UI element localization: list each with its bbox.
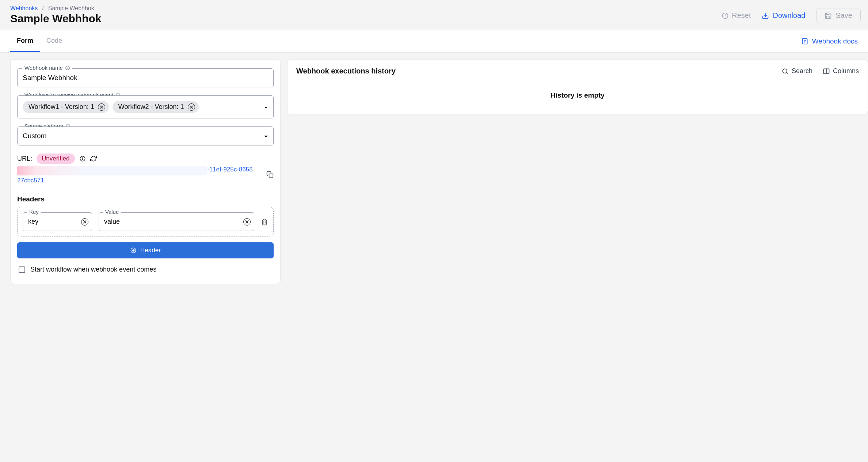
svg-point-2: [725, 16, 726, 17]
chevron-down-icon: [264, 132, 268, 140]
info-icon[interactable]: [79, 155, 86, 162]
reset-icon: [722, 12, 729, 19]
add-header-label: Header: [140, 247, 161, 254]
save-label: Save: [835, 11, 852, 20]
workflows-field: Workflows to receive webhook event Workf…: [17, 95, 274, 118]
start-workflow-checkbox-row: Start workflow when webhook event comes: [17, 266, 274, 273]
workflow-chip-label: Workflow1 - Version: 1: [28, 103, 94, 111]
reset-label: Reset: [732, 11, 751, 20]
plus-circle-icon: [130, 247, 137, 254]
header-key-field: Key: [23, 212, 92, 231]
header-value-field: Value: [99, 212, 254, 231]
webhook-name-label: Webhook name: [22, 65, 72, 71]
source-platform-field: Source platform Custom: [17, 126, 274, 145]
save-icon: [825, 12, 832, 19]
history-title: Webhook executions history: [296, 67, 396, 75]
breadcrumb-root-link[interactable]: Webhooks: [10, 5, 38, 12]
history-search-label: Search: [792, 67, 812, 75]
url-redacted: [17, 166, 207, 175]
help-doc-icon: [801, 38, 808, 45]
unverified-badge: Unverified: [37, 154, 75, 164]
source-platform-select[interactable]: Custom: [17, 126, 274, 145]
source-platform-value: Custom: [23, 132, 46, 140]
download-icon: [762, 12, 769, 19]
url-status-row: URL: Unverified: [17, 154, 274, 164]
header-key-label: Key: [27, 209, 41, 215]
history-columns-button[interactable]: Columns: [823, 67, 859, 75]
header-value-input[interactable]: [99, 212, 254, 231]
chevron-down-icon: [264, 103, 268, 111]
svg-point-30: [783, 69, 787, 73]
clear-icon[interactable]: [81, 218, 88, 226]
svg-point-8: [67, 67, 68, 67]
tab-form[interactable]: Form: [10, 30, 40, 52]
header-value-label: Value: [103, 209, 121, 215]
breadcrumb-current: Sample Webhhok: [48, 5, 94, 12]
start-workflow-label: Start workflow when webhook event comes: [30, 266, 156, 273]
svg-line-31: [787, 72, 788, 74]
chip-remove-icon[interactable]: [98, 103, 105, 111]
add-header-button[interactable]: Header: [17, 242, 274, 258]
workflow-chip: Workflow1 - Version: 1: [23, 101, 109, 113]
svg-point-21: [82, 157, 83, 158]
page-header: Webhooks / Sample Webhhok Sample Webhhok…: [0, 0, 868, 30]
breadcrumb-separator: /: [42, 5, 43, 12]
info-icon[interactable]: [65, 65, 70, 71]
trash-icon[interactable]: [261, 218, 268, 226]
url-prefix: URL:: [17, 155, 32, 163]
refresh-icon[interactable]: [90, 155, 97, 162]
webhook-docs-link[interactable]: Webhook docs: [801, 31, 858, 51]
svg-point-11: [118, 94, 118, 94]
history-empty: History is empty: [296, 75, 859, 107]
chip-remove-icon[interactable]: [188, 103, 195, 111]
header-row: Key Value: [17, 207, 274, 236]
url-value-line2: 27cbc571: [17, 177, 263, 184]
start-workflow-checkbox[interactable]: [19, 266, 25, 273]
search-icon: [781, 68, 789, 75]
headers-title: Headers: [17, 195, 274, 203]
svg-rect-22: [269, 174, 273, 178]
webhook-name-field: Webhook name: [17, 68, 274, 87]
download-label: Download: [773, 11, 805, 20]
clear-icon[interactable]: [243, 218, 251, 226]
columns-icon: [823, 68, 830, 75]
history-columns-label: Columns: [833, 67, 859, 75]
download-button[interactable]: Download: [762, 11, 805, 20]
save-button[interactable]: Save: [816, 8, 861, 23]
workflows-select[interactable]: Workflow1 - Version: 1 Workflow2 - Versi…: [17, 95, 274, 118]
workflow-chip-label: Workflow2 - Version: 1: [118, 103, 184, 111]
url-value: -11ef-925c-8658 27cbc571: [17, 166, 263, 184]
tab-code[interactable]: Code: [40, 30, 69, 52]
tabs-bar: Form Code Webhook docs: [0, 30, 868, 53]
form-panel: Webhook name Workflows to receive webhoo…: [10, 59, 281, 284]
svg-point-18: [68, 125, 68, 125]
history-panel: Webhook executions history Search Column…: [287, 59, 868, 114]
workflow-chip: Workflow2 - Version: 1: [113, 101, 199, 113]
svg-point-5: [804, 42, 805, 43]
history-search-button[interactable]: Search: [781, 67, 812, 75]
webhook-name-input[interactable]: [17, 68, 274, 87]
copy-icon[interactable]: [266, 171, 274, 178]
reset-button[interactable]: Reset: [722, 11, 751, 20]
docs-link-label: Webhook docs: [812, 37, 858, 45]
